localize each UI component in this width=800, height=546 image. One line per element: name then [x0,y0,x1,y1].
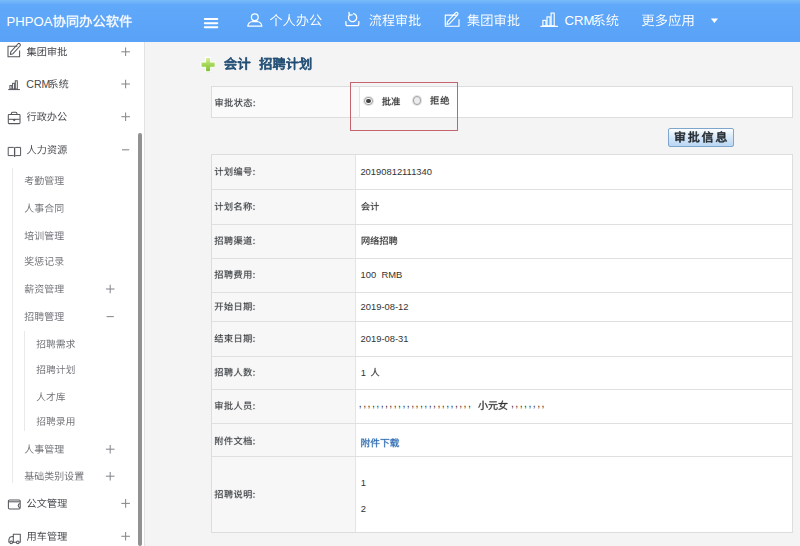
svg-text:,,,,,,,,: ,,,,,,,, [511,397,546,409]
svg-text:20190812111340: 20190812111340 [360,166,432,177]
svg-text:2019-08-31: 2019-08-31 [361,333,409,344]
svg-text:2019-08-12: 2019-08-12 [361,301,409,312]
svg-text:1: 1 [361,367,366,378]
svg-text:1: 1 [361,477,366,488]
svg-text:,,,,,,,,,,,,,,,,,,,,,,,,,,: ,,,,,,,,,,,,,,,,,,,,,,,,,, [359,397,473,409]
svg-text:CRM: CRM [564,13,594,28]
svg-text:100 RMB: 100 RMB [361,269,403,280]
svg-text:PHPOA: PHPOA [7,14,53,29]
svg-text:CRM: CRM [26,78,50,90]
svg-text:2: 2 [361,503,366,514]
